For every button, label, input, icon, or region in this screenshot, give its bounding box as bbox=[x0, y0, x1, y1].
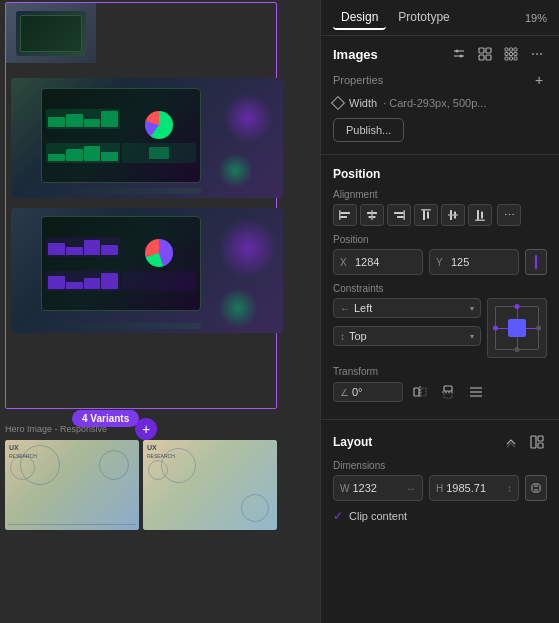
laptop-base bbox=[36, 188, 201, 194]
collapse-layout-btn[interactable] bbox=[501, 432, 521, 452]
x-label: X bbox=[340, 257, 352, 268]
checkmark-icon: ✓ bbox=[333, 509, 343, 523]
collapse-icon bbox=[504, 435, 518, 449]
align-right-icon bbox=[393, 209, 405, 221]
svg-rect-31 bbox=[448, 214, 458, 216]
svg-rect-45 bbox=[538, 436, 543, 441]
width-tag: Width bbox=[349, 97, 377, 109]
constraints-fields: ← Left ▾ ↕ Top ▾ bbox=[333, 298, 481, 350]
images-title: Images bbox=[333, 47, 378, 62]
dimensions-label: Dimensions bbox=[333, 460, 547, 471]
add-property-btn[interactable]: + bbox=[531, 72, 547, 88]
flip-v-btn[interactable] bbox=[437, 381, 459, 403]
svg-rect-35 bbox=[414, 388, 419, 396]
properties-label: Properties bbox=[333, 74, 383, 86]
images-section-header: Images bbox=[321, 36, 559, 68]
align-distribute-btn[interactable] bbox=[465, 381, 487, 403]
angle-label: ∠ bbox=[340, 387, 349, 398]
svg-rect-7 bbox=[486, 55, 491, 60]
alignment-label: Alignment bbox=[333, 189, 547, 200]
layout-title: Layout bbox=[333, 435, 372, 449]
donut-chart-2 bbox=[145, 239, 173, 267]
component-frame bbox=[5, 2, 277, 409]
transform-row: ∠ 0° bbox=[333, 381, 547, 403]
tab-prototype[interactable]: Prototype bbox=[390, 6, 457, 30]
laptop-base-2 bbox=[36, 323, 201, 329]
constraint-h-icon: ← bbox=[340, 303, 350, 314]
transform-label: Transform bbox=[333, 366, 547, 377]
w-value: 1232 bbox=[352, 482, 376, 494]
flip-h-icon bbox=[413, 385, 427, 399]
component-label: Hero Image - Responsive bbox=[5, 424, 107, 434]
constraint-v-icon: ↕ bbox=[340, 331, 345, 342]
grid2-icon bbox=[478, 47, 492, 61]
flip-v-icon bbox=[441, 385, 455, 399]
divider-1 bbox=[321, 154, 559, 155]
svg-rect-44 bbox=[531, 436, 536, 448]
position-label: Position bbox=[333, 234, 547, 245]
chevron-down-v: ▾ bbox=[470, 332, 474, 341]
dimensions-row: W 1232 ↔ H 1985.71 ↕ bbox=[333, 475, 547, 501]
tab-design[interactable]: Design bbox=[333, 6, 386, 30]
more-options-btn[interactable]: ⋯ bbox=[527, 44, 547, 64]
svg-rect-12 bbox=[510, 53, 513, 56]
constraint-diagram bbox=[487, 298, 547, 358]
align-bottom-btn[interactable] bbox=[468, 204, 492, 226]
blob-green bbox=[218, 153, 253, 188]
clip-content-row[interactable]: ✓ Clip content bbox=[333, 507, 547, 525]
svg-point-3 bbox=[460, 55, 463, 58]
align-center-h-btn[interactable] bbox=[360, 204, 384, 226]
alignment-row: ⋯ bbox=[333, 204, 547, 226]
y-value: 125 bbox=[451, 256, 512, 268]
height-field[interactable]: H 1985.71 ↕ bbox=[429, 475, 519, 501]
thumb-ux-1: UXRESEARCH bbox=[5, 440, 139, 530]
position-title: Position bbox=[333, 167, 547, 181]
blob-purple-2 bbox=[218, 218, 278, 278]
align-bottom-icon bbox=[474, 209, 486, 221]
diamond-icon bbox=[331, 96, 345, 110]
align-distribute-icon bbox=[469, 385, 483, 399]
constraint-h-value: Left bbox=[354, 302, 466, 314]
thumb-ux-2: UXRESEARCH bbox=[143, 440, 277, 530]
svg-rect-36 bbox=[421, 388, 426, 396]
svg-rect-33 bbox=[481, 212, 483, 219]
y-field[interactable]: Y 125 bbox=[429, 249, 519, 275]
sliders-icon-btn[interactable] bbox=[449, 44, 469, 64]
angle-value: 0° bbox=[352, 386, 363, 398]
aspect-ratio-lock[interactable] bbox=[525, 475, 547, 501]
align-top-btn[interactable] bbox=[414, 204, 438, 226]
card-screen-2 bbox=[41, 216, 201, 311]
grid2-icon-btn[interactable] bbox=[475, 44, 495, 64]
w-arrow: ↔ bbox=[406, 483, 416, 494]
grid4-icon bbox=[504, 47, 518, 61]
svg-rect-5 bbox=[486, 48, 491, 53]
align-right-btn[interactable] bbox=[387, 204, 411, 226]
layout-options-btn[interactable] bbox=[527, 432, 547, 452]
x-field[interactable]: X 1284 bbox=[333, 249, 423, 275]
flip-h-btn[interactable] bbox=[409, 381, 431, 403]
svg-rect-18 bbox=[340, 216, 347, 218]
svg-rect-11 bbox=[505, 53, 508, 56]
publish-button[interactable]: Publish... bbox=[333, 118, 404, 142]
svg-rect-26 bbox=[423, 210, 425, 220]
svg-rect-24 bbox=[397, 216, 404, 218]
grid4-icon-btn[interactable] bbox=[501, 44, 521, 64]
xy-row: X 1284 Y 125 bbox=[333, 249, 547, 275]
align-left-btn[interactable] bbox=[333, 204, 357, 226]
mini-screen bbox=[16, 11, 86, 56]
layout-section: Layout Dimensions bbox=[321, 426, 559, 531]
transform-angle-field[interactable]: ∠ 0° bbox=[333, 382, 403, 402]
blob-green-2 bbox=[218, 288, 258, 328]
constraint-v-field[interactable]: ↕ Top ▾ bbox=[333, 326, 481, 346]
zoom-level[interactable]: 19% bbox=[525, 12, 547, 24]
width-field[interactable]: W 1232 ↔ bbox=[333, 475, 423, 501]
svg-rect-14 bbox=[505, 57, 508, 60]
constraint-h-field[interactable]: ← Left ▾ bbox=[333, 298, 481, 318]
svg-rect-16 bbox=[514, 57, 517, 60]
align-more-btn[interactable]: ⋯ bbox=[497, 204, 521, 226]
add-variant-button[interactable]: + bbox=[135, 418, 157, 440]
svg-rect-28 bbox=[421, 209, 431, 211]
w-label: W bbox=[340, 483, 349, 494]
align-middle-btn[interactable] bbox=[441, 204, 465, 226]
clip-content-label: Clip content bbox=[349, 510, 407, 522]
